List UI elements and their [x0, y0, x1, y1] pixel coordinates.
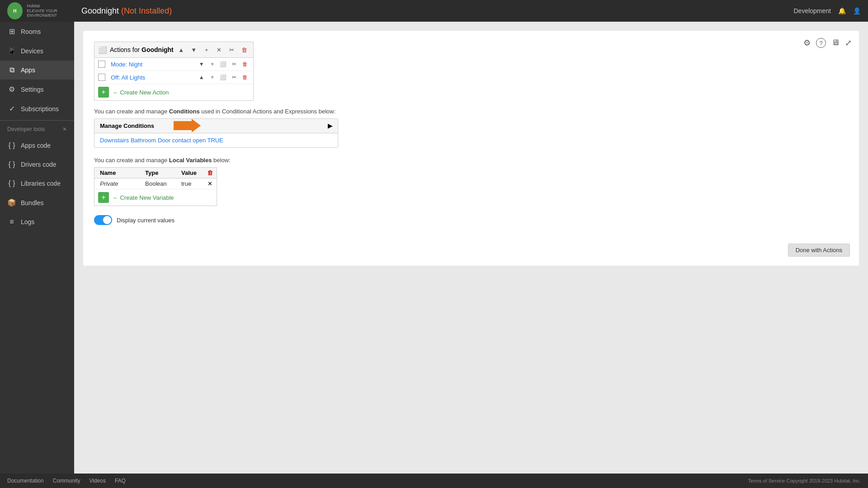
row-delete-2[interactable]: 🗑 [241, 73, 250, 82]
page-title: Goodnight (Not Installed) [81, 6, 172, 16]
conditions-header[interactable]: Manage Conditions ▶ [94, 119, 338, 133]
conditions-intro: You can create and manage Conditions use… [94, 108, 848, 115]
sidebar-item-subscriptions[interactable]: ✓ Subscriptions [0, 99, 74, 118]
move-down-icon[interactable]: ▼ [189, 45, 199, 55]
add-icon[interactable]: + [202, 45, 212, 55]
sidebar-item-settings[interactable]: ⚙ Settings [0, 80, 74, 99]
add-variable-button[interactable]: + [98, 192, 109, 203]
apps-icon: ⧉ [7, 66, 16, 74]
row-copy-1[interactable]: ⬜ [219, 60, 228, 69]
card-settings-icon[interactable]: ⚙ [803, 38, 811, 48]
footer: Documentation Community Videos FAQ Terms… [0, 474, 868, 488]
card-expand-icon[interactable]: ⤢ [845, 38, 852, 48]
card-monitor-icon[interactable]: 🖥 [831, 38, 840, 48]
cut-icon[interactable]: ✂ [227, 45, 237, 55]
svg-marker-0 [174, 119, 201, 132]
drivers-code-icon: { } [7, 160, 16, 169]
variables-table: Name Type Value 🗑 Private Boolean true ✕ [94, 167, 217, 206]
row-delete-1[interactable]: 🗑 [241, 60, 250, 69]
actions-header: ⬜ Actions for Goodnight ▲ ▼ + ✕ ✂ 🗑 [94, 42, 253, 58]
row-add-1[interactable]: + [208, 60, 217, 69]
create-new-action-link[interactable]: ← Create New Action [113, 89, 169, 96]
row-checkbox-1[interactable] [98, 61, 105, 68]
card-toolbar: ⚙ ? 🖥 ⤢ [803, 38, 852, 48]
row-down-1[interactable]: ▼ [197, 60, 206, 69]
table-row: Private Boolean true ✕ [94, 178, 217, 189]
header-right: Development 🔔 👤 [794, 7, 861, 14]
sidebar-item-drivers-code[interactable]: { } Drivers code [0, 155, 74, 174]
conditions-box: Manage Conditions ▶ Downstairs Bathroom … [94, 118, 338, 148]
subscriptions-icon: ✓ [7, 104, 16, 113]
row-copy-2[interactable]: ⬜ [219, 73, 228, 82]
actions-title: Actions for Goodnight [110, 46, 174, 53]
user-icon[interactable]: 👤 [853, 7, 861, 14]
header: H Hubitat ELEVATE YOUR ENVIRONMENT Goodn… [0, 0, 868, 22]
action-label-2: Off: All Lights [107, 74, 195, 81]
row-up-2[interactable]: ▲ [197, 73, 206, 82]
col-header-type: Type [140, 168, 176, 178]
variables-table-header: Name Type Value 🗑 [94, 168, 217, 178]
devices-icon: 📱 [7, 47, 16, 55]
rooms-icon: ⊞ [7, 27, 16, 36]
conditions-content: Downstairs Bathroom Door contact open TR… [94, 133, 338, 147]
var-delete: ✕ [203, 178, 217, 189]
arrow-indicator [174, 119, 201, 134]
row-cut-2[interactable]: ✂ [230, 73, 239, 82]
logo: H Hubitat ELEVATE YOUR ENVIRONMENT [7, 2, 81, 19]
card-help-icon[interactable]: ? [816, 38, 826, 48]
footer-documentation-link[interactable]: Documentation [7, 478, 44, 484]
main-content: ⚙ ? 🖥 ⤢ ⬜ Actions for Goodnight ▲ [74, 22, 868, 474]
toggle-label: Display current values [117, 217, 175, 224]
create-new-variable-link[interactable]: ← Create New Variable [113, 194, 174, 201]
col-header-del: 🗑 [203, 168, 217, 178]
logs-icon: ≡ [7, 218, 16, 226]
sidebar: ⊞ Rooms 📱 Devices ⧉ Apps ⚙ Settings ✓ Su… [0, 22, 74, 474]
logo-text: Hubitat ELEVATE YOUR ENVIRONMENT [27, 4, 81, 18]
var-name: Private [94, 178, 140, 189]
var-value: true [176, 178, 203, 189]
footer-copyright: Terms of Service Copyright 2018-2023 Hub… [748, 478, 861, 483]
delete-all-icon[interactable]: 🗑 [207, 169, 213, 176]
variables-intro: You can create and manage Local Variable… [94, 157, 848, 164]
move-up-icon[interactable]: ▲ [176, 45, 186, 55]
conditions-expand-icon[interactable]: ▶ [328, 122, 332, 129]
row-checkbox-2[interactable] [98, 74, 105, 81]
row-cut-1[interactable]: ✂ [230, 60, 239, 69]
display-values-toggle[interactable] [94, 215, 112, 225]
developer-tools-header: Developer tools ✕ [0, 122, 74, 136]
toggle-row: Display current values [94, 215, 848, 225]
sidebar-item-devices[interactable]: 📱 Devices [0, 41, 74, 61]
sidebar-item-logs[interactable]: ≡ Logs [0, 212, 74, 231]
sidebar-item-apps-code[interactable]: { } Apps code [0, 136, 74, 155]
row-add-2[interactable]: + [208, 73, 217, 82]
table-row: Mode: Night ▼ + ⬜ ✂ 🗑 [94, 58, 253, 71]
sidebar-item-apps[interactable]: ⧉ Apps [0, 61, 74, 80]
logo-icon: H [7, 2, 23, 19]
col-header-name: Name [94, 168, 140, 178]
var-delete-icon[interactable]: ✕ [208, 180, 212, 187]
add-action-row: + ← Create New Action [94, 84, 253, 100]
sidebar-item-bundles[interactable]: 📦 Bundles [0, 193, 74, 212]
condition-link[interactable]: Downstairs Bathroom Door contact open TR… [100, 137, 223, 144]
notification-icon[interactable]: 🔔 [838, 7, 846, 14]
delete-icon[interactable]: 🗑 [240, 45, 250, 55]
add-variable-row: + ← Create New Variable [94, 189, 217, 206]
layout: ⊞ Rooms 📱 Devices ⧉ Apps ⚙ Settings ✓ Su… [0, 22, 868, 474]
action-label-1: Mode: Night [107, 61, 195, 68]
content-card: ⚙ ? 🖥 ⤢ ⬜ Actions for Goodnight ▲ [83, 31, 859, 266]
footer-community-link[interactable]: Community [53, 478, 80, 484]
col-header-value: Value [176, 168, 203, 178]
close-dev-tools-icon[interactable]: ✕ [62, 126, 67, 132]
footer-videos-link[interactable]: Videos [89, 478, 105, 484]
sidebar-item-libraries[interactable]: { } Libraries code [0, 174, 74, 193]
add-action-button[interactable]: + [98, 87, 109, 98]
footer-faq-link[interactable]: FAQ [115, 478, 126, 484]
bundles-icon: 📦 [7, 198, 16, 207]
table-row: Off: All Lights ▲ + ⬜ ✂ 🗑 [94, 71, 253, 84]
remove-icon[interactable]: ✕ [214, 45, 224, 55]
settings-icon: ⚙ [7, 85, 16, 94]
done-with-actions-button[interactable]: Done with Actions [788, 244, 850, 257]
copy-icon: ⬜ [98, 46, 107, 54]
apps-code-icon: { } [7, 141, 16, 150]
sidebar-item-rooms[interactable]: ⊞ Rooms [0, 22, 74, 41]
